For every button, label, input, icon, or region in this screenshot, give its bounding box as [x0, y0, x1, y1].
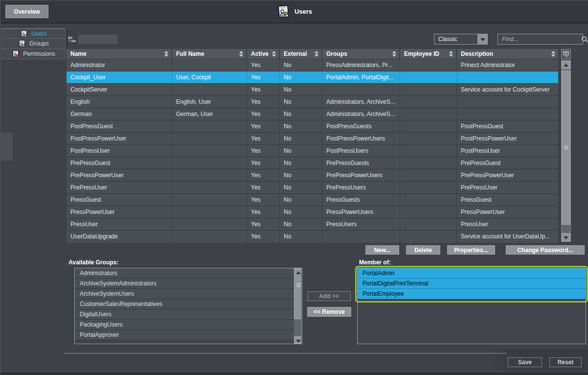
available-group-item[interactable]: CustomerSalesRepresentatives [75, 299, 294, 309]
table-cell: PostPressUsers [322, 145, 400, 157]
table-cell [400, 231, 457, 243]
column-header-label: Full Name [176, 50, 204, 57]
table-row[interactable]: PressPowerUser Yes No PressPowerUsers Pr… [67, 206, 558, 218]
view-mode-value: Classic [434, 36, 477, 43]
table-row[interactable]: German German, User Yes No Administrator… [67, 108, 558, 120]
available-group-item[interactable]: Administrators [75, 268, 294, 279]
available-group-item[interactable]: PortalApprover [75, 330, 294, 340]
table-row[interactable]: PrePressPowerUser Yes No PrePressPowerUs… [67, 169, 558, 182]
column-header[interactable]: Description [457, 49, 558, 59]
table-cell [172, 157, 247, 169]
table-cell [172, 133, 247, 144]
table-cell [457, 96, 558, 108]
available-group-item[interactable]: ArchiveSystemUsers [75, 289, 294, 299]
table-cell: PostPressPowerUser [457, 133, 558, 144]
table-row[interactable]: PostPressPowerUser Yes No PostPressPower… [67, 133, 558, 145]
save-button[interactable]: Save [508, 357, 542, 367]
column-header[interactable]: Groups [322, 49, 400, 59]
tree-view-icon[interactable] [68, 35, 77, 44]
remove-button[interactable]: << Remove [307, 307, 351, 317]
page-title-area: Users [0, 0, 588, 23]
sidebar-item[interactable]: Users [1, 28, 66, 39]
table-cell [172, 206, 247, 218]
users-icon [277, 5, 290, 18]
column-header[interactable]: Active [247, 49, 280, 59]
reset-button[interactable]: Reset [549, 357, 582, 367]
table-cell: Yes [247, 145, 280, 157]
available-group-item[interactable]: DigitalUsers [75, 309, 294, 320]
sidebar: Users Groups [1, 28, 66, 59]
table-row[interactable]: PrePressGuest Yes No PrePressGuests PreP… [67, 157, 558, 169]
sidebar-item-label: Permissions [23, 50, 55, 57]
table-row[interactable]: Cockpit_User User, Cockpit Yes No Portal… [67, 71, 558, 84]
add-button[interactable]: Add >> [307, 291, 351, 301]
table-cell: PostPressUser [457, 145, 558, 157]
member-group-item[interactable]: PortalEmployee [358, 289, 586, 299]
table-scrollbar[interactable] [561, 60, 571, 242]
available-group-item[interactable]: ArchiveSystemAdministrators [75, 279, 294, 289]
table-cell [400, 133, 457, 144]
scrollbar-thumb[interactable] [294, 276, 301, 319]
app-window: Overview Users [0, 0, 588, 375]
sidebar-item[interactable]: Groups [1, 39, 66, 49]
table-cell: PressGuest [67, 194, 172, 206]
table-row[interactable]: PressGuest Yes No PressGuests PressGuest [67, 194, 558, 206]
table-cell [172, 59, 247, 71]
table-row[interactable]: PrePressUser Yes No PrePressUsers PrePre… [67, 182, 558, 194]
column-header-label: Active [251, 50, 269, 57]
table-cell: Service account for CockpitServer [457, 84, 558, 95]
page-title: Users [294, 8, 312, 15]
member-group-item[interactable]: PortalDigitalPrintTerminal [358, 279, 586, 289]
member-of-label: Member of: [359, 259, 391, 266]
column-header[interactable]: Name [67, 49, 172, 59]
scrollbar-thumb[interactable] [562, 70, 570, 225]
new-button[interactable]: New... [365, 245, 399, 255]
filter-field-disabled [78, 35, 118, 44]
table-row[interactable]: UserDataUpgrade Yes No Service account f… [67, 231, 558, 243]
footer-divider [64, 353, 507, 353]
table-row[interactable]: PressUser Yes No PressUsers PressUser [67, 218, 558, 231]
sort-icon [164, 51, 169, 57]
user-card-icon [12, 50, 20, 58]
sidebar-item[interactable]: Permissions [1, 49, 66, 59]
properties-button[interactable]: Properties... [447, 245, 495, 255]
table-cell: Service account for UserDataUp... [457, 231, 558, 243]
table-cell [400, 108, 457, 120]
column-chooser-button[interactable] [561, 49, 571, 59]
table-cell: PressPowerUser [457, 206, 558, 218]
find-input[interactable] [498, 36, 580, 43]
scroll-down-button[interactable] [562, 233, 570, 241]
column-header-label: Groups [326, 50, 347, 57]
scroll-up-button[interactable] [562, 61, 570, 69]
delete-button[interactable]: Delete [406, 245, 440, 255]
table-row[interactable]: CockpitServer Yes No Service account for… [67, 84, 558, 96]
table-row[interactable]: English English, User Yes No Administrat… [67, 96, 558, 108]
available-group-item[interactable]: PackagingUsers [75, 320, 294, 330]
table-cell: No [280, 182, 322, 193]
table-cell: Yes [247, 206, 280, 218]
table-cell: PostPressUser [67, 145, 172, 157]
user-card-icon [18, 40, 26, 47]
scroll-up-button[interactable] [294, 268, 301, 276]
view-mode-select[interactable]: Classic [434, 34, 488, 45]
table-cell: PrePressGuest [457, 157, 558, 169]
search-icon [580, 36, 588, 43]
table-row[interactable]: PostPressUser Yes No PostPressUsers Post… [67, 145, 558, 157]
column-header[interactable]: Full Name [172, 49, 247, 59]
change-password-button[interactable]: Change Password... [506, 245, 585, 255]
table-cell [457, 108, 558, 120]
column-header[interactable]: External [280, 49, 322, 59]
table-cell: PressAdministrators, Pr... [322, 59, 400, 71]
table-cell: Yes [247, 120, 280, 132]
chevron-down-icon[interactable] [477, 34, 487, 44]
sort-icon [272, 51, 276, 57]
column-header[interactable]: Employee ID [400, 49, 457, 59]
table-columns-icon [563, 51, 569, 57]
available-groups-scrollbar[interactable] [294, 268, 302, 344]
table-row[interactable]: Administrator Yes No PressAdministrators… [67, 59, 558, 71]
scroll-down-button[interactable] [294, 336, 301, 344]
table-row[interactable]: PostPressGuest Yes No PostPressGuests Po… [67, 120, 558, 133]
table-cell [172, 182, 247, 193]
member-group-item[interactable]: PortalAdmin [358, 268, 586, 279]
column-header-label: Name [70, 50, 87, 57]
